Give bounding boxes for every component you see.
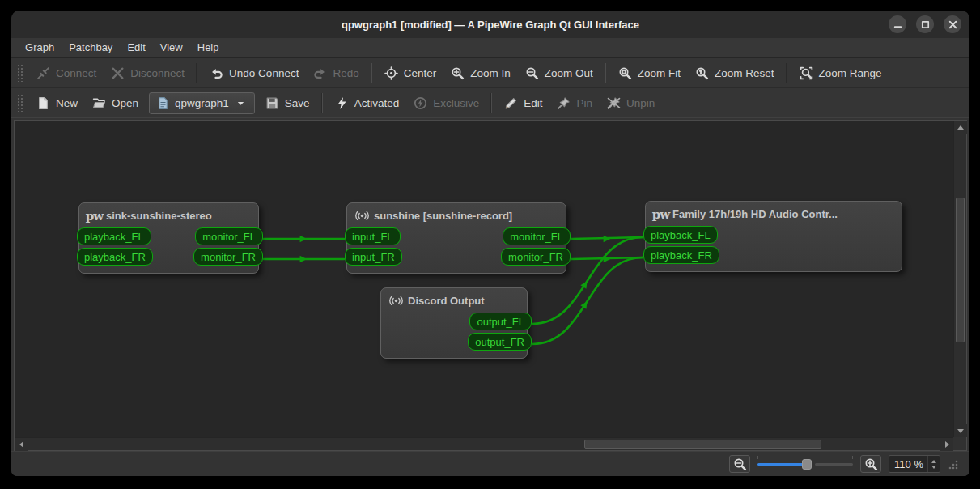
zoom-out-button[interactable]: Zoom Out — [518, 62, 600, 85]
combobox-value: qpwgraph1 — [175, 97, 229, 109]
menu-edit[interactable]: Edit — [120, 38, 152, 57]
zoom-in-icon — [451, 66, 465, 80]
toolbar-button-label: Zoom Range — [819, 67, 882, 79]
connect-icon — [36, 66, 50, 80]
connect-button[interactable]: Connect — [29, 62, 104, 85]
maximize-icon — [918, 18, 932, 32]
output-port[interactable]: monitor_FL — [195, 227, 263, 245]
horizontal-scrollbar[interactable] — [15, 437, 953, 450]
output-port[interactable]: monitor_FR — [501, 248, 571, 266]
toolbar-button-label: Connect — [56, 67, 96, 79]
zoom-range-button[interactable]: Zoom Range — [792, 62, 889, 85]
save-icon — [265, 96, 279, 110]
app-window: qpwgraph1 [modified] — A PipeWire Graph … — [11, 11, 969, 476]
zoom-spinbox[interactable]: 110 % — [889, 455, 940, 473]
toolbar-button-label: Disconnect — [130, 67, 185, 79]
redo-button[interactable]: Redo — [306, 62, 366, 85]
toolbar-handle[interactable] — [17, 94, 23, 112]
output-port[interactable]: output_FR — [468, 333, 532, 351]
toolbar-button-label: Pin — [576, 97, 592, 109]
minimize-button[interactable] — [889, 15, 906, 33]
zoom-in-button[interactable] — [860, 455, 881, 473]
horizontal-scroll-track[interactable] — [28, 438, 940, 450]
node-title-text: sunshine [sunshine-record] — [374, 210, 512, 222]
toolbar-handle[interactable] — [17, 64, 23, 82]
toolbar-separator — [322, 93, 323, 113]
graph-node[interactable]: Discord Outputoutput_FLoutput_FR — [380, 287, 528, 359]
zoom-spin-arrows[interactable] — [927, 456, 940, 472]
close-button[interactable] — [944, 15, 961, 33]
menu-patchbay[interactable]: Patchbay — [62, 38, 120, 57]
input-port[interactable]: playback_FL — [77, 227, 151, 245]
unpin-button[interactable]: Unpin — [600, 91, 662, 115]
connection-lines — [15, 121, 953, 437]
titlebar[interactable]: qpwgraph1 [modified] — A PipeWire Graph … — [11, 11, 969, 38]
input-port[interactable]: playback_FR — [77, 248, 153, 266]
zoom-slider[interactable] — [757, 457, 853, 471]
vertical-scroll-track[interactable] — [954, 134, 966, 424]
edit-icon — [504, 96, 518, 110]
scroll-right-icon — [945, 441, 949, 448]
scrollbar-corner — [953, 437, 966, 450]
zoom-in-icon — [864, 457, 878, 471]
zoom-reset-button[interactable]: Zoom Reset — [688, 62, 782, 85]
open-button[interactable]: Open — [85, 91, 146, 115]
zoom-slider-handle[interactable] — [802, 459, 812, 470]
menu-graph[interactable]: Graph — [18, 38, 62, 57]
scroll-up-button[interactable] — [954, 121, 967, 134]
zoom-out-button[interactable] — [729, 455, 750, 473]
patchbay-toolbar: NewOpenqpwgraph1SaveActivatedExclusiveEd… — [11, 88, 969, 118]
save-button[interactable]: Save — [258, 91, 317, 115]
broadcast-icon — [355, 209, 369, 223]
input-port[interactable]: input_FL — [345, 227, 401, 245]
output-port[interactable]: output_FL — [469, 313, 532, 330]
pin-icon — [557, 96, 571, 110]
graph-toolbar: ConnectDisconnectUndo ConnectRedoCenterZ… — [11, 58, 969, 88]
zoom-fit-button[interactable]: Zoom Fit — [611, 62, 688, 85]
toolbar-button-label: Edit — [524, 97, 542, 109]
exclusive-button[interactable]: Exclusive — [406, 91, 486, 115]
input-port[interactable]: playback_FR — [643, 246, 719, 264]
edit-button[interactable]: Edit — [497, 91, 549, 115]
redo-icon — [313, 66, 327, 80]
output-port[interactable]: monitor_FR — [193, 248, 263, 266]
toolbar-button-label: Zoom Out — [545, 67, 593, 79]
horizontal-scroll-thumb[interactable] — [584, 440, 821, 449]
menu-help[interactable]: Help — [190, 38, 227, 57]
node-title: Discord Output — [381, 288, 527, 311]
resize-grip[interactable] — [948, 459, 958, 470]
center-button[interactable]: Center — [377, 62, 444, 85]
open-icon — [92, 96, 106, 110]
scroll-right-button[interactable] — [940, 438, 953, 451]
pin-button[interactable]: Pin — [549, 91, 600, 115]
maximize-button[interactable] — [916, 15, 934, 33]
center-icon — [384, 66, 398, 80]
spin-down-icon — [931, 466, 936, 469]
graph-node[interactable]: sunshine [sunshine-record]input_FLmonito… — [346, 202, 566, 274]
patchbay-profile-combobox[interactable]: qpwgraph1 — [149, 92, 255, 114]
output-port[interactable]: monitor_FL — [503, 227, 571, 245]
graph-canvas[interactable]: pwsink-sunshine-stereoplayback_FLmonitor… — [15, 121, 953, 437]
new-button[interactable]: New — [29, 91, 85, 115]
window-controls — [889, 15, 961, 33]
toolbar-button-label: New — [56, 97, 78, 109]
scroll-left-icon — [19, 441, 23, 448]
vertical-scrollbar[interactable] — [953, 121, 966, 437]
input-port[interactable]: playback_FL — [643, 226, 718, 244]
menubar: GraphPatchbayEditViewHelp — [11, 38, 969, 58]
scroll-left-button[interactable] — [15, 438, 28, 451]
undo-connect-button[interactable]: Undo Connect — [202, 62, 306, 85]
vertical-scroll-thumb[interactable] — [956, 198, 965, 343]
activated-button[interactable]: Activated — [328, 91, 407, 115]
unpin-icon — [607, 96, 621, 110]
graph-node[interactable]: pwFamily 17h/19h HD Audio Contr...playba… — [645, 201, 902, 272]
zoom-value: 110 % — [889, 458, 927, 470]
scroll-down-button[interactable] — [954, 424, 967, 437]
menu-view[interactable]: View — [153, 38, 190, 57]
toolbar-button-label: Save — [285, 97, 310, 109]
graph-node[interactable]: pwsink-sunshine-stereoplayback_FLmonitor… — [78, 202, 259, 274]
input-port[interactable]: input_FR — [345, 248, 402, 266]
disconnect-button[interactable]: Disconnect — [104, 62, 192, 85]
zoom-in-button[interactable]: Zoom In — [443, 62, 518, 85]
statusbar: 110 % — [11, 451, 969, 476]
